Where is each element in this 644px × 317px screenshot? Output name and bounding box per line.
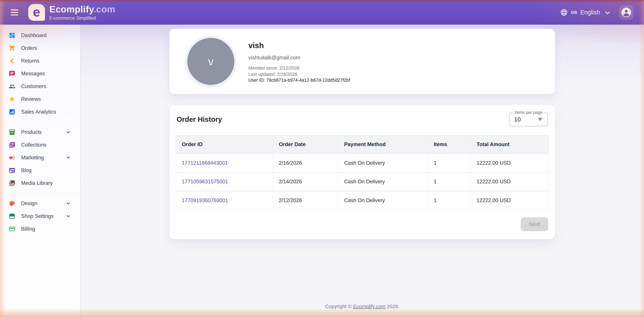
order-id-link[interactable]: 1771059631575001 [182, 179, 228, 184]
sidebar-item-returns[interactable]: Returns [0, 54, 80, 67]
items-per-page-label: Items per page [513, 110, 544, 115]
order-history-title: Order History [176, 116, 222, 124]
hamburger-menu-button[interactable] [11, 7, 22, 18]
next-page-button[interactable]: Next [521, 217, 548, 231]
column-header-total-amount: Total Amount [470, 135, 549, 154]
sidebar-item-marketing[interactable]: Marketing [0, 151, 80, 164]
copyright-year: 2026. [386, 304, 399, 309]
brand-logo-icon: e [28, 4, 45, 21]
user-account-icon [621, 7, 632, 18]
people-icon [9, 83, 16, 90]
chat-bubble-icon [9, 70, 16, 77]
sidebar-item-sales-analytics[interactable]: Sales Analytics [0, 106, 80, 118]
language-label: English [580, 9, 600, 16]
items-cell: 1 [428, 172, 470, 191]
chevron-down-icon [66, 214, 71, 219]
total-amount-cell: 12222.00 USD [470, 172, 549, 191]
table-row: 1770919360769001 2/12/2026 Cash On Deliv… [176, 191, 549, 210]
sidebar-item-messages[interactable]: Messages [0, 67, 80, 80]
customer-profile-card: v vish vishtuitalk@gmail.com Member sinc… [170, 29, 555, 94]
chevron-left-icon [9, 58, 16, 64]
sidebar-item-design[interactable]: Design [0, 197, 80, 210]
language-selector[interactable]: GB English [560, 8, 609, 16]
shopping-cart-icon [9, 45, 16, 52]
palette-icon [9, 200, 16, 207]
bar-chart-icon [9, 108, 16, 115]
sidebar-item-products[interactable]: Products [0, 126, 80, 138]
copyright-text: Copyright © [325, 304, 353, 309]
column-header-order-date: Order Date [273, 135, 338, 154]
newspaper-icon [9, 167, 16, 174]
brand-title-suffix: .com [94, 4, 115, 14]
payment-method-cell: Cash On Delivery [338, 172, 428, 191]
items-cell: 1 [428, 191, 470, 210]
sidebar-item-collections[interactable]: Collections [0, 138, 80, 151]
table-row: 1771059631575001 2/14/2026 Cash On Deliv… [176, 172, 549, 191]
chevron-down-icon [66, 201, 71, 206]
sidebar-item-billing[interactable]: Billing [0, 222, 80, 235]
column-header-items: Items [428, 135, 470, 154]
sidebar-item-customers[interactable]: Customers [0, 80, 80, 93]
member-since: Member since: 2/12/2026 [248, 65, 350, 71]
order-history-table: Order ID Order Date Payment Method Items… [176, 135, 549, 210]
order-id-link[interactable]: 1770919360769001 [182, 198, 228, 203]
sidebar-item-media-library[interactable]: Media Library [0, 177, 80, 190]
payment-method-cell: Cash On Delivery [338, 154, 428, 172]
table-row: 1771211868443001 2/16/2026 Cash On Deliv… [176, 154, 549, 172]
customer-avatar: v [186, 36, 236, 86]
customer-email: vishtuitalk@gmail.com [248, 55, 350, 61]
storefront-icon [9, 213, 16, 220]
total-amount-cell: 12222.00 USD [470, 191, 549, 210]
order-date-cell: 2/14/2026 [273, 172, 338, 191]
megaphone-icon [9, 154, 16, 161]
last-updated: Last updated: 2/16/2026 [248, 71, 350, 78]
customer-name: vish [248, 41, 350, 50]
inventory-box-icon [9, 129, 16, 136]
dropdown-arrow-icon [538, 118, 543, 121]
brand-subtitle: E-commerce Simplified [49, 16, 116, 21]
customer-meta: Member since: 2/12/2026 Last updated: 2/… [248, 65, 350, 78]
chevron-down-icon [605, 10, 610, 14]
main-content: v vish vishtuitalk@gmail.com Member sinc… [80, 25, 644, 317]
items-per-page-select[interactable]: Items per page 10 [509, 112, 548, 126]
column-header-order-id: Order ID [176, 135, 273, 154]
brand: e Ecomplify.com E-commerce Simplified [28, 4, 116, 21]
order-date-cell: 2/16/2026 [273, 154, 338, 172]
globe-icon [560, 8, 568, 16]
sidebar-item-reviews[interactable]: Reviews [0, 93, 80, 106]
footer-brand-link[interactable]: Ecomplify.com [353, 304, 386, 309]
items-per-page-value: 10 [514, 116, 521, 123]
app-header: e Ecomplify.com E-commerce Simplified GB… [0, 0, 644, 25]
page-footer: Copyright © Ecomplify.com 2026. [325, 304, 399, 317]
total-amount-cell: 12222.00 USD [470, 154, 549, 172]
column-header-payment-method: Payment Method [338, 135, 428, 154]
sidebar-item-orders[interactable]: Orders [0, 42, 80, 54]
items-cell: 1 [428, 154, 470, 172]
user-id: User ID: 79cb871a-b974-4a12-b67d-12dd5d2… [248, 78, 350, 83]
sidebar-item-dashboard[interactable]: Dashboard [0, 29, 80, 42]
collections-icon [9, 142, 16, 148]
language-region-code: GB [571, 10, 577, 15]
payment-method-cell: Cash On Delivery [338, 191, 428, 210]
order-id-link[interactable]: 1771211868443001 [182, 160, 228, 166]
table-header-row: Order ID Order Date Payment Method Items… [176, 135, 549, 154]
sidebar-item-blog[interactable]: Blog [0, 164, 80, 177]
dashboard-icon [9, 32, 16, 39]
brand-title: Ecomplify.com [49, 4, 116, 14]
order-history-card: Order History Items per page 10 Order ID… [170, 105, 555, 239]
sidebar: Dashboard Orders Returns Messages Custom [0, 25, 80, 317]
photo-library-icon [9, 180, 16, 186]
sidebar-item-shop-settings[interactable]: Shop Settings [0, 210, 80, 222]
chevron-down-icon [66, 155, 71, 160]
chevron-down-icon [66, 130, 71, 135]
order-date-cell: 2/12/2026 [273, 191, 338, 210]
credit-card-icon [9, 226, 16, 232]
star-icon [9, 96, 16, 102]
user-menu-button[interactable] [619, 5, 634, 20]
sidebar-divider [0, 193, 80, 194]
